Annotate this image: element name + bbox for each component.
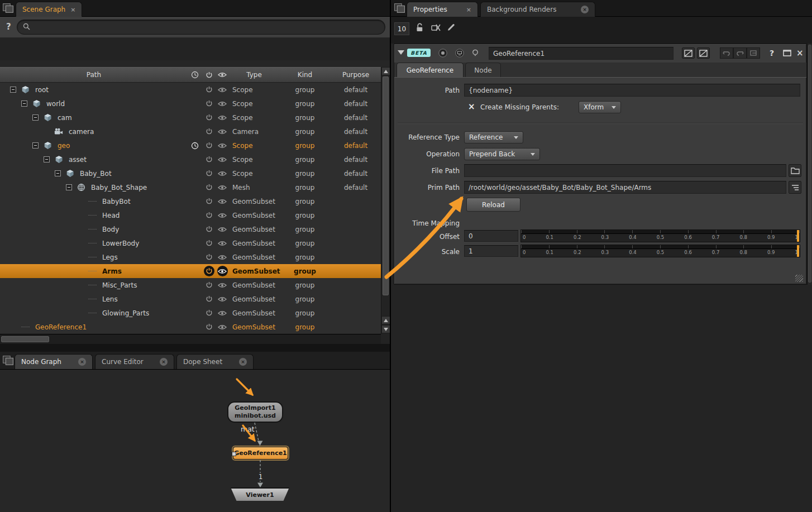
eye-icon[interactable] [216, 98, 229, 109]
clock-icon[interactable] [188, 154, 202, 165]
table-row[interactable]: Baby_Bot Scope group default [0, 166, 381, 180]
eye-icon[interactable] [216, 126, 229, 137]
tab-node-graph[interactable]: Node Graph × [15, 354, 93, 369]
table-row[interactable]: GeoReference1 GeomSubset group [0, 320, 381, 334]
column-clock-icon[interactable] [188, 71, 202, 79]
eye-icon[interactable] [216, 84, 229, 95]
eye-icon[interactable] [216, 280, 229, 290]
scroll-down-icon[interactable] [381, 325, 390, 333]
power-icon[interactable] [202, 196, 216, 207]
eye-icon[interactable] [216, 168, 229, 179]
clock-icon[interactable] [188, 280, 202, 290]
power-icon[interactable] [202, 182, 216, 193]
resize-grip[interactable] [795, 275, 803, 282]
record-icon[interactable] [437, 47, 448, 59]
scale-timeline[interactable]: 00.10.20.30.40.50.60.70.80.91 [520, 245, 800, 257]
clock-icon[interactable] [188, 140, 202, 151]
clock-icon[interactable] [188, 238, 202, 248]
power-icon[interactable] [202, 168, 216, 179]
clock-icon[interactable] [188, 322, 202, 332]
expander-icon[interactable] [32, 114, 39, 121]
eye-icon[interactable] [216, 210, 229, 221]
eye-icon[interactable] [216, 182, 229, 193]
lock-icon[interactable] [415, 23, 424, 34]
close-icon[interactable]: × [239, 358, 247, 366]
panel-menu-icon[interactable] [2, 2, 14, 16]
scenegraph-picker-icon[interactable] [789, 181, 801, 194]
power-icon[interactable] [202, 126, 216, 137]
tab-node[interactable]: Node [465, 63, 501, 77]
tab-dope-sheet[interactable]: Dope Sheet × [176, 354, 254, 369]
panel-menu-icon[interactable] [394, 2, 405, 16]
column-eye-icon[interactable] [216, 72, 229, 78]
close-icon[interactable]: × [160, 358, 168, 366]
redo-icon[interactable] [733, 47, 747, 59]
tab-scene-graph[interactable]: Scene Graph × [16, 2, 82, 17]
close-icon[interactable]: × [581, 6, 589, 13]
table-row[interactable]: asset Scope group default [0, 152, 381, 166]
prim-path-field[interactable] [464, 181, 786, 194]
table-row[interactable]: BabyBot GeomSubset group [0, 194, 381, 208]
help-icon[interactable]: ? [770, 49, 774, 58]
table-row[interactable]: Legs GeomSubset group [0, 250, 381, 264]
eye-icon[interactable] [216, 322, 229, 332]
table-row[interactable]: Misc_Parts GeomSubset group [0, 278, 381, 292]
close-icon[interactable]: × [70, 6, 75, 13]
vscrollbar-thumb[interactable] [808, 45, 811, 283]
reference-type-dropdown[interactable]: Reference [464, 131, 523, 143]
offset-timeline[interactable]: 00.10.20.30.40.50.60.70.80.91 [520, 229, 800, 242]
wedge2-icon[interactable] [697, 47, 710, 59]
hscrollbar-thumb[interactable] [1, 336, 49, 342]
table-row[interactable]: root Scope group default [0, 83, 381, 97]
power-icon[interactable] [202, 140, 216, 151]
table-row[interactable]: world Scope group default [0, 97, 381, 111]
frame-field[interactable]: 10 [394, 22, 409, 35]
wedge-icon[interactable] [682, 47, 695, 59]
tab-curve-editor[interactable]: Curve Editor × [95, 354, 174, 369]
folder-browse-icon[interactable] [789, 164, 801, 177]
clock-icon[interactable] [188, 308, 202, 318]
collapse-triangle-icon[interactable] [398, 50, 404, 55]
table-row[interactable]: cam Scope group default [0, 111, 381, 125]
eye-icon[interactable] [216, 196, 229, 207]
tab-properties[interactable]: Properties × [407, 2, 478, 17]
eye-icon[interactable] [216, 238, 229, 248]
monitor-icon[interactable] [454, 47, 465, 59]
clock-icon[interactable] [188, 98, 202, 109]
file-path-field[interactable] [464, 164, 786, 177]
eye-icon[interactable] [216, 140, 229, 151]
power-icon[interactable] [202, 308, 216, 318]
expander-icon[interactable] [44, 156, 50, 162]
scroll-up2-icon[interactable] [381, 316, 390, 324]
clock-icon[interactable] [188, 210, 202, 221]
search-input[interactable] [34, 23, 379, 31]
scale-field[interactable] [464, 245, 518, 257]
power-icon[interactable] [202, 238, 216, 248]
power-icon[interactable] [202, 252, 216, 262]
offset-field[interactable] [464, 230, 518, 242]
help-icon[interactable]: ? [6, 22, 11, 32]
undo-icon[interactable] [720, 47, 733, 59]
clock-icon[interactable] [188, 112, 202, 123]
expander-icon[interactable] [10, 87, 16, 93]
clock-icon[interactable] [188, 84, 202, 95]
operation-dropdown[interactable]: Prepend Back [464, 148, 540, 160]
tab-background-renders[interactable]: Background Renders × [480, 2, 595, 17]
clock-icon[interactable] [188, 294, 202, 304]
node-graph-canvas[interactable] [0, 370, 390, 512]
panel-menu-icon[interactable] [2, 355, 14, 368]
power-icon[interactable] [202, 154, 216, 165]
tab-georeference[interactable]: GeoReference [397, 63, 464, 77]
table-row[interactable]: Glowing_Parts GeomSubset group [0, 306, 381, 320]
clock-icon[interactable] [188, 224, 202, 235]
node-geoimport1[interactable]: GeoImport1 minibot.usd [227, 401, 283, 423]
expander-icon[interactable] [32, 142, 39, 149]
power-icon[interactable] [202, 266, 216, 276]
table-row[interactable]: Lens GeomSubset group [0, 292, 381, 306]
xform-dropdown[interactable]: Xform [579, 101, 621, 113]
table-row[interactable]: geo Scope group default [0, 138, 381, 152]
close-icon[interactable]: × [796, 48, 804, 58]
clock-icon[interactable] [188, 266, 202, 276]
eye-icon[interactable] [216, 308, 229, 318]
power-icon[interactable] [202, 98, 216, 109]
